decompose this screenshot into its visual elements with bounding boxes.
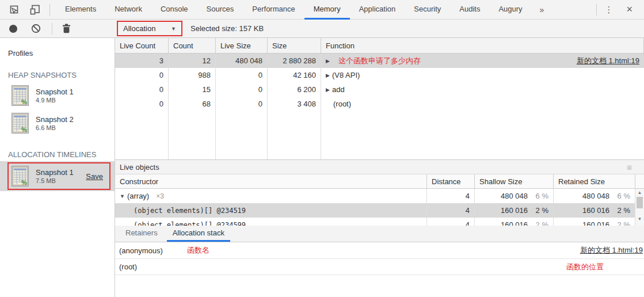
function-name: (V8 API) [332, 71, 360, 79]
tab-security[interactable]: Security [405, 0, 450, 20]
col-size[interactable]: Size [268, 38, 321, 53]
cell-distance: 4 [427, 189, 475, 203]
snapshot-size: 4.9 MB [36, 97, 74, 104]
svg-text:%: % [21, 126, 27, 133]
sidebar-item-snapshot-1[interactable]: % Snapshot 1 4.9 MB [0, 82, 115, 109]
instance-count-badge: ×3 [156, 192, 164, 200]
col-live-count[interactable]: Live Count [115, 38, 169, 53]
inspect-element-icon[interactable] [8, 3, 21, 16]
cell-size: 3 408 [268, 97, 321, 111]
tab-sources[interactable]: Sources [197, 0, 243, 20]
svg-text:%: % [21, 179, 27, 186]
cell-retained-size: 160 016 2 % [554, 218, 635, 226]
panel-tabs: Elements Network Console Sources Perform… [56, 0, 552, 19]
devtools-menu-icon[interactable]: ⋮ [597, 5, 620, 15]
cell-shallow-size: 160 016 2 % [475, 203, 554, 218]
clear-profiles-icon[interactable] [31, 24, 41, 33]
delete-profile-icon[interactable] [62, 24, 71, 33]
col-function[interactable]: Function [321, 38, 644, 53]
source-link[interactable]: 新的文档 1.html:19 [577, 56, 639, 66]
annotation-function-note: 这个函数申请了多少内存 [338, 56, 421, 66]
profile-type-select[interactable]: Allocation ▼ [117, 21, 182, 36]
cell-live-size: 0 [216, 82, 268, 97]
cell-shallow-size: 160 016 2 % [475, 218, 554, 226]
col-distance[interactable]: Distance [427, 174, 475, 188]
cell-live-count: 0 [115, 68, 169, 82]
col-live-size[interactable]: Live Size [216, 38, 268, 53]
live-objects-body: ▼ (array) ×3 4 480 048 6 % 480 048 6 % (… [115, 189, 644, 226]
tab-network[interactable]: Network [105, 0, 151, 20]
tab-console[interactable]: Console [151, 0, 197, 20]
table-row[interactable]: 0 988 0 42 160 ▶ (V8 API) [115, 68, 644, 82]
cell-size: 2 880 288 [268, 54, 321, 68]
pane-resize-icon[interactable]: ≡ [627, 162, 631, 172]
allocation-grid-filler [115, 111, 644, 159]
cell-count: 68 [169, 97, 216, 111]
sidebar-item-timeline-snapshot-1[interactable]: % Snapshot 1 7.5 MB Save [0, 161, 115, 191]
tab-audits[interactable]: Audits [450, 0, 489, 20]
snapshot-name: Snapshot 2 [36, 115, 74, 124]
table-row[interactable]: 0 15 0 6 200 ▶ add [115, 82, 644, 97]
annotation-function-name: 函数名 [187, 245, 209, 256]
memory-toolbar: Allocation ▼ Selected size: 157 KB [0, 20, 644, 38]
vertical-scrollbar[interactable]: ▲ ▼ [635, 189, 644, 226]
cell-retained-size: 160 016 2 % [554, 203, 635, 218]
tab-augury[interactable]: Augury [489, 0, 531, 20]
table-row[interactable]: ▼ (array) ×3 4 480 048 6 % 480 048 6 % [115, 189, 644, 203]
table-row[interactable]: 3 12 480 048 2 880 288 ▶ 这个函数申请了多少内存 新的文… [115, 54, 644, 68]
tab-application[interactable]: Application [350, 0, 405, 20]
table-row[interactable]: (object elements)[] @234519 4 160 016 2 … [115, 203, 644, 218]
stack-frame-row[interactable]: (anonymous) 函数名 新的文档 1.html:19 [115, 242, 644, 259]
cell-live-size: 480 048 [216, 54, 268, 68]
record-icon[interactable] [9, 25, 17, 33]
sidebar-item-snapshot-2[interactable]: % Snapshot 2 6.6 MB [0, 109, 115, 137]
frame-name: (anonymous) [119, 246, 163, 255]
snapshot-name: Snapshot 1 [36, 87, 74, 96]
chevron-down-icon: ▼ [171, 26, 176, 32]
tab-elements[interactable]: Elements [56, 0, 105, 20]
col-retained-size[interactable]: Retained Size [554, 174, 635, 188]
col-constructor[interactable]: Constructor [115, 174, 427, 188]
table-row[interactable]: (object elements)[] @234599 4 160 016 2 … [115, 218, 644, 226]
tab-retainers[interactable]: Retainers [120, 226, 163, 242]
allocation-grid-header: Live Count Count Live Size Size Function [115, 38, 644, 54]
tab-memory[interactable]: Memory [304, 0, 350, 20]
expand-icon[interactable]: ▶ [326, 73, 330, 78]
col-count[interactable]: Count [169, 38, 216, 53]
more-tabs-icon[interactable]: » [532, 0, 552, 19]
table-row[interactable]: 0 68 0 3 408 (root) [115, 97, 644, 111]
tab-allocation-stack[interactable]: Allocation stack [167, 226, 230, 242]
function-name: add [332, 85, 345, 94]
expand-icon[interactable]: ▶ [326, 87, 330, 93]
object-instance: (object elements)[] @234599 [115, 218, 427, 226]
cell-shallow-size: 480 048 6 % [475, 189, 554, 203]
memory-panel-main: Live Count Count Live Size Size Function… [115, 38, 644, 297]
constructor-name: (array) [127, 192, 149, 200]
heap-snapshots-header: HEAP SNAPSHOTS [8, 71, 115, 79]
scroll-down-icon[interactable]: ▼ [635, 215, 644, 222]
devtools-tabbar: Elements Network Console Sources Perform… [0, 0, 644, 20]
scrollbar-thumb[interactable] [637, 197, 643, 208]
heap-snapshot-icon: % [12, 166, 29, 186]
tab-performance[interactable]: Performance [243, 0, 304, 20]
allocation-grid: Live Count Count Live Size Size Function… [115, 38, 644, 160]
cell-count: 12 [169, 54, 216, 68]
expand-icon[interactable]: ▶ [326, 58, 330, 64]
close-devtools-icon[interactable]: × [620, 3, 638, 16]
collapse-icon[interactable]: ▼ [120, 193, 125, 199]
cell-live-count: 0 [115, 97, 169, 111]
stack-frame-row[interactable]: (root) 函数的位置 [115, 259, 644, 275]
frame-name: (root) [119, 262, 137, 271]
save-link[interactable]: Save [86, 172, 103, 181]
cell-count: 15 [169, 82, 216, 97]
snapshot-size: 6.6 MB [36, 124, 74, 131]
scroll-up-icon[interactable]: ▲ [635, 189, 644, 196]
device-toolbar-icon[interactable] [29, 3, 41, 16]
bottom-pane-tabbar: Retainers Allocation stack [115, 226, 644, 242]
cell-live-size: 0 [216, 68, 268, 82]
live-objects-header: Constructor Distance Shallow Size Retain… [115, 174, 644, 189]
live-objects-title: Live objects [120, 163, 159, 172]
source-link[interactable]: 新的文档 1.html:19 [580, 245, 643, 256]
col-shallow-size[interactable]: Shallow Size [475, 174, 554, 188]
heap-snapshot-icon: % [12, 85, 29, 106]
